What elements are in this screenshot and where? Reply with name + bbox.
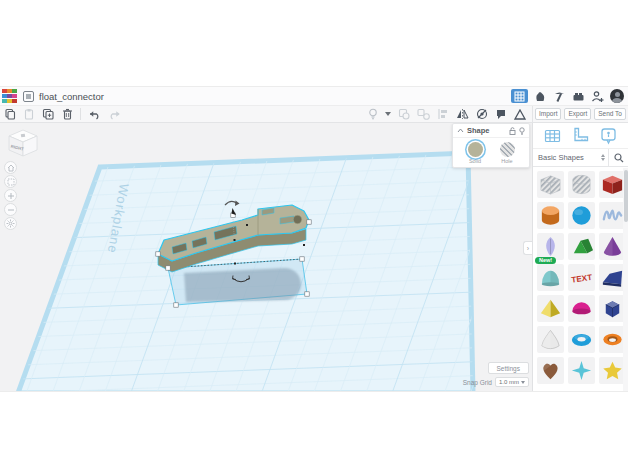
perspective-toggle-button[interactable] — [4, 217, 17, 230]
search-button[interactable] — [608, 149, 628, 166]
scrollbar-thumb[interactable] — [624, 170, 628, 222]
blocks-icon[interactable] — [534, 90, 547, 103]
shape-box[interactable] — [599, 171, 626, 198]
collapse-chevron-icon[interactable] — [457, 128, 464, 133]
tinkercad-logo-icon[interactable] — [2, 89, 17, 104]
lock-icon[interactable] — [509, 127, 516, 135]
search-icon — [614, 153, 624, 163]
show-all-icon[interactable] — [368, 108, 378, 120]
hole-label: Hole — [501, 158, 512, 164]
tinkercad-app: float_connector — [0, 86, 628, 392]
shape-cylinder[interactable] — [537, 202, 564, 229]
title-bar: float_connector — [0, 87, 628, 105]
bricks-icon[interactable] — [572, 90, 585, 103]
caret-down-icon — [521, 381, 525, 384]
select-arrows-icon — [601, 154, 605, 161]
ungroup-icon[interactable] — [417, 108, 430, 120]
notes-tool-icon[interactable] — [599, 126, 618, 145]
minecraft-icon[interactable] — [553, 90, 566, 103]
hole-swatch[interactable]: Hole — [500, 142, 515, 164]
delete-icon[interactable] — [62, 108, 73, 120]
shape-heart[interactable] — [537, 357, 564, 384]
shape-cone[interactable] — [599, 233, 626, 260]
collaborate-icon[interactable] — [591, 90, 604, 103]
sidebar-collapse-handle[interactable]: › — [523, 241, 532, 255]
grid-icon — [514, 91, 525, 102]
ruler-tool-icon[interactable] — [571, 126, 590, 145]
shape-paraboloid[interactable] — [537, 326, 564, 353]
action-bar: Import Export Send To — [0, 105, 628, 123]
view-controls — [4, 161, 17, 230]
shape-text[interactable]: TEXT — [568, 264, 595, 291]
user-avatar[interactable] — [610, 89, 624, 103]
3d-viewport[interactable]: Workplane — [0, 123, 532, 391]
shape-tube[interactable] — [599, 326, 626, 353]
view-cube[interactable]: RIGHT — [6, 126, 40, 160]
inspector-title: Shape — [467, 126, 490, 135]
design-thumbnail-icon[interactable] — [23, 91, 34, 102]
shape-box-hole[interactable] — [537, 171, 564, 198]
shapes-panel: Basic Shapes New!TEXT — [532, 123, 628, 391]
object-shadow — [184, 268, 301, 302]
visibility-icon[interactable] — [476, 108, 488, 120]
shape-wedge[interactable] — [599, 264, 626, 291]
category-select[interactable]: Basic Shapes — [533, 149, 628, 167]
shape-torus[interactable] — [568, 326, 595, 353]
duplicate-icon[interactable] — [42, 108, 55, 120]
workplane-tool-icon[interactable] — [543, 126, 562, 145]
paste-icon[interactable] — [23, 108, 35, 120]
shape-roof[interactable] — [568, 233, 595, 260]
notes-icon[interactable] — [495, 108, 507, 120]
shape-cylinder-hole[interactable] — [568, 171, 595, 198]
hide-bulb-icon[interactable] — [519, 127, 525, 135]
snap-grid-select[interactable]: 1.0 mm — [495, 377, 529, 387]
fit-view-button[interactable] — [4, 175, 17, 188]
align-icon[interactable] — [437, 108, 449, 120]
workplane-icon[interactable] — [514, 109, 526, 120]
flip-icon[interactable] — [456, 108, 469, 120]
shape-grid: New!TEXT — [533, 167, 628, 384]
shape-round-roof[interactable] — [537, 264, 564, 291]
solid-swatch[interactable]: Solid — [468, 142, 483, 164]
snap-grid-value: 1.0 mm — [499, 379, 519, 385]
category-label: Basic Shapes — [533, 153, 601, 162]
zoom-out-button[interactable] — [4, 203, 17, 216]
svg-text:TEXT: TEXT — [571, 273, 593, 285]
snap-grid-label: Snap Grid — [463, 379, 492, 386]
new-badge: New! — [535, 257, 556, 265]
shape-sphere[interactable] — [568, 202, 595, 229]
document-title[interactable]: float_connector — [39, 91, 104, 102]
send-to-button[interactable]: Send To — [594, 108, 626, 121]
solid-label: Solid — [469, 158, 481, 164]
export-button[interactable]: Export — [564, 108, 591, 121]
scrollbar[interactable] — [623, 168, 628, 391]
panel-tools — [533, 123, 628, 149]
group-icon[interactable] — [398, 108, 410, 120]
shape-pyramid[interactable] — [537, 295, 564, 322]
redo-icon[interactable] — [108, 109, 121, 120]
grid-settings-button[interactable]: Settings — [488, 362, 530, 374]
import-button[interactable]: Import — [535, 108, 561, 121]
shape-scribble[interactable] — [599, 202, 626, 229]
shape-feather[interactable]: New! — [537, 233, 564, 260]
shape-star-5[interactable] — [599, 357, 626, 384]
undo-icon[interactable] — [88, 109, 101, 120]
home-view-button[interactable] — [4, 161, 17, 174]
transfer-buttons: Import Export Send To — [532, 106, 628, 122]
shape-inspector: Shape Solid Hole — [452, 123, 530, 168]
shape-polygon[interactable] — [599, 295, 626, 322]
zoom-in-button[interactable] — [4, 189, 17, 202]
shape-star[interactable] — [568, 357, 595, 384]
divider — [80, 108, 81, 120]
view-3d-button[interactable] — [511, 89, 528, 103]
copy-icon[interactable] — [4, 108, 16, 120]
show-all-caret-icon[interactable] — [385, 112, 391, 116]
shape-half-sphere[interactable] — [568, 295, 595, 322]
